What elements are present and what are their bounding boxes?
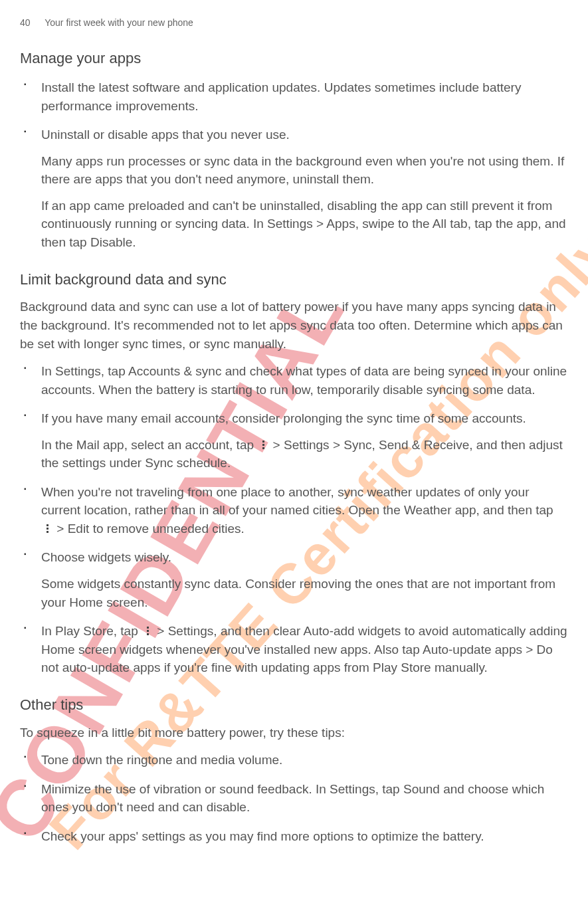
list-item-text: In Play Store, tap > Settings, and then … — [41, 622, 568, 677]
list-item: When you're not traveling from one place… — [39, 483, 568, 538]
list-item-text: Uninstall or disable apps that you never… — [41, 126, 568, 144]
list-item-text: If you have many email accounts, conside… — [41, 409, 568, 428]
list-item: Tone down the ringtone and media volume. — [39, 751, 568, 769]
list-item: Install the latest software and applicat… — [39, 78, 568, 115]
more-options-icon — [258, 440, 268, 451]
list-item: Uninstall or disable apps that you never… — [39, 126, 568, 251]
list-item: Check your apps' settings as you may fin… — [39, 827, 568, 846]
list-other-tips: Tone down the ringtone and media volume.… — [39, 751, 568, 845]
list-limit-background: In Settings, tap Accounts & sync and che… — [39, 362, 568, 677]
list-item-text: Install the latest software and applicat… — [41, 78, 568, 115]
list-item: In Settings, tap Accounts & sync and che… — [39, 362, 568, 399]
list-item-text: Choose widgets wisely. — [41, 548, 568, 567]
list-item: Minimize the use of vibration or sound f… — [39, 780, 568, 817]
list-item: If you have many email accounts, conside… — [39, 409, 568, 472]
list-item-text: In the Mail app, select an account, tap … — [41, 436, 568, 472]
chapter-title: Your first week with your new phone — [45, 17, 193, 28]
list-item-text: In Settings, tap Accounts & sync and che… — [41, 362, 568, 399]
list-item: Choose widgets wisely. Some widgets cons… — [39, 548, 568, 611]
heading-manage-apps: Manage your apps — [20, 48, 568, 69]
list-item: In Play Store, tap > Settings, and then … — [39, 622, 568, 677]
page-number: 40 — [20, 16, 31, 29]
list-item-text: Many apps run processes or sync data in … — [41, 152, 568, 189]
list-item-text: Minimize the use of vibration or sound f… — [41, 780, 568, 817]
intro-limit-background: Background data and sync can use a lot o… — [20, 298, 568, 353]
list-item-text: Tone down the ringtone and media volume. — [41, 751, 568, 769]
heading-limit-background: Limit background data and sync — [20, 269, 568, 290]
list-item-text: Some widgets constantly sync data. Consi… — [41, 575, 568, 611]
heading-other-tips: Other tips — [20, 694, 568, 716]
more-options-icon — [43, 524, 52, 534]
list-item-text: Check your apps' settings as you may fin… — [41, 827, 568, 846]
page-header: 40 Your first week with your new phone — [20, 16, 568, 29]
list-item-text: If an app came preloaded and can't be un… — [41, 197, 568, 252]
intro-other-tips: To squeeze in a little bit more battery … — [20, 724, 568, 742]
list-manage-apps: Install the latest software and applicat… — [39, 78, 568, 251]
page-content: 40 Your first week with your new phone M… — [20, 16, 568, 845]
list-item-text: When you're not traveling from one place… — [41, 483, 568, 538]
more-options-icon — [143, 626, 152, 637]
